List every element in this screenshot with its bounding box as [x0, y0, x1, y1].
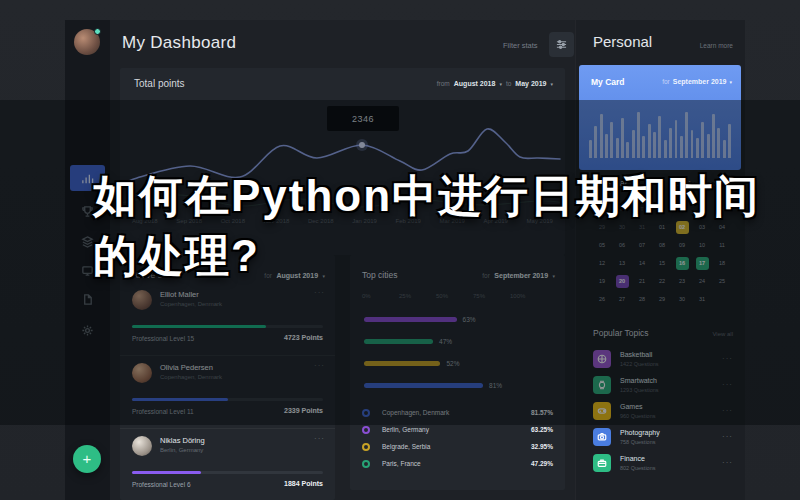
- camera-icon: [593, 428, 611, 446]
- filter-stats-button[interactable]: [549, 32, 574, 57]
- for-label: for: [662, 78, 670, 85]
- add-button[interactable]: +: [73, 445, 101, 473]
- card-bar: [669, 128, 672, 158]
- user-row: Niklas Döring Berlin, Germany ··· Profes…: [120, 429, 335, 500]
- row-menu-icon[interactable]: ···: [314, 361, 325, 370]
- legend-row: Copenhagen, Denmark81.57%: [362, 407, 553, 421]
- legend-value: 32.95%: [531, 443, 553, 450]
- from-label: from: [437, 80, 450, 87]
- city-bar-label: 52%: [446, 360, 459, 367]
- card-bar: [707, 134, 710, 158]
- my-card[interactable]: My Card for September 2019 ▾: [579, 65, 741, 170]
- title-line-2: 的处理?: [93, 226, 760, 286]
- topic-row[interactable]: Smartwatch 1293 Questions ···: [593, 376, 735, 398]
- topic-subtitle: 758 Questions: [620, 439, 655, 445]
- basketball-icon: [593, 350, 611, 368]
- city-bar-label: 63%: [463, 316, 476, 323]
- row-menu-icon[interactable]: ···: [722, 406, 733, 415]
- progress-fill: [132, 398, 228, 401]
- card-bar: [728, 124, 731, 158]
- calendar-day[interactable]: 28: [632, 290, 652, 308]
- to-value-dropdown[interactable]: May 2019: [515, 80, 546, 87]
- page-title: My Dashboard: [122, 33, 236, 53]
- sidebar-item-documents[interactable]: [70, 286, 105, 312]
- row-menu-icon[interactable]: ···: [722, 432, 733, 441]
- calendar-day: [712, 290, 732, 308]
- card-bar: [717, 128, 720, 158]
- filter-sliders-icon: [556, 39, 567, 50]
- view-all-link[interactable]: View all: [712, 331, 733, 337]
- chevron-down-icon: ▾: [729, 79, 732, 85]
- axis-tick: 0%: [362, 293, 375, 299]
- personal-title: Personal: [593, 33, 652, 50]
- card-bar-chart: [589, 103, 731, 158]
- row-menu-icon[interactable]: ···: [314, 434, 325, 443]
- user-location: Copenhagen, Denmark: [160, 374, 222, 380]
- card-period-dropdown[interactable]: September 2019: [673, 78, 727, 85]
- legend-row: Berlin, Germany63.25%: [362, 424, 553, 438]
- legend-city: Belgrade, Serbia: [382, 443, 430, 450]
- card-bar: [605, 134, 608, 158]
- user-name: Niklas Döring: [160, 436, 205, 445]
- calendar-day[interactable]: 26: [592, 290, 612, 308]
- calendar-day[interactable]: 27: [612, 290, 632, 308]
- card-bar: [642, 136, 645, 158]
- card-bar: [610, 122, 613, 158]
- avatar: [132, 436, 152, 456]
- legend-value: 63.25%: [531, 426, 553, 433]
- briefcase-icon: [593, 454, 611, 472]
- filter-stats-label: Filter stats: [503, 41, 538, 50]
- topic-row[interactable]: Games 960 Questions ···: [593, 402, 735, 424]
- legend-row: Belgrade, Serbia32.95%: [362, 441, 553, 455]
- city-bar-label: 81%: [489, 382, 502, 389]
- user-points: 1884 Points: [284, 480, 323, 487]
- card-bar: [616, 138, 619, 158]
- learn-more-link[interactable]: Learn more: [700, 42, 733, 49]
- card-bar: [637, 112, 640, 158]
- watch-icon: [593, 376, 611, 394]
- card-bar: [653, 132, 656, 158]
- calendar-day[interactable]: 29: [652, 290, 672, 308]
- topic-name: Smartwatch: [620, 377, 657, 384]
- user-location: Copenhagen, Denmark: [160, 301, 222, 307]
- top-cities-panel: Top cities for September 2019 ▾ 0%25%50%…: [350, 255, 565, 490]
- topic-subtitle: 802 Questions: [620, 465, 655, 471]
- card-bar: [621, 118, 624, 158]
- city-bar: [364, 361, 440, 366]
- card-bar: [648, 124, 651, 158]
- topic-row[interactable]: Finance 802 Questions ···: [593, 454, 735, 476]
- card-bar: [658, 116, 661, 158]
- city-bar: [364, 339, 433, 344]
- city-bar: [364, 383, 483, 388]
- card-bar: [685, 112, 688, 158]
- card-bar: [712, 114, 715, 158]
- row-menu-icon[interactable]: ···: [722, 458, 733, 467]
- my-card-title: My Card: [591, 77, 625, 87]
- user-avatar[interactable]: [74, 29, 100, 55]
- topic-name: Games: [620, 403, 643, 410]
- legend-ring-icon: [362, 409, 370, 417]
- user-points: 2339 Points: [284, 407, 323, 414]
- card-bar: [680, 136, 683, 158]
- calendar-day[interactable]: 31: [692, 290, 712, 308]
- user-level: Professional Level 11: [132, 408, 194, 415]
- avatar: [132, 363, 152, 383]
- sidebar-item-settings[interactable]: [70, 317, 105, 343]
- topic-row[interactable]: Basketball 1422 Questions ···: [593, 350, 735, 372]
- user-level: Professional Level 6: [132, 481, 191, 488]
- calendar-day[interactable]: 30: [672, 290, 692, 308]
- legend-row: Paris, France47.29%: [362, 458, 553, 472]
- card-bar: [664, 140, 667, 158]
- gamepad-icon: [593, 402, 611, 420]
- axis-tick: 50%: [436, 293, 449, 299]
- row-menu-icon[interactable]: ···: [722, 380, 733, 389]
- from-value-dropdown[interactable]: August 2018: [454, 80, 496, 87]
- user-level: Professional Level 15: [132, 335, 194, 342]
- legend-value: 47.29%: [531, 460, 553, 467]
- row-menu-icon[interactable]: ···: [722, 354, 733, 363]
- row-menu-icon[interactable]: ···: [314, 288, 325, 297]
- topic-row[interactable]: Photography 758 Questions ···: [593, 428, 735, 450]
- legend-ring-icon: [362, 460, 370, 468]
- card-bar: [696, 138, 699, 158]
- card-bar: [691, 130, 694, 158]
